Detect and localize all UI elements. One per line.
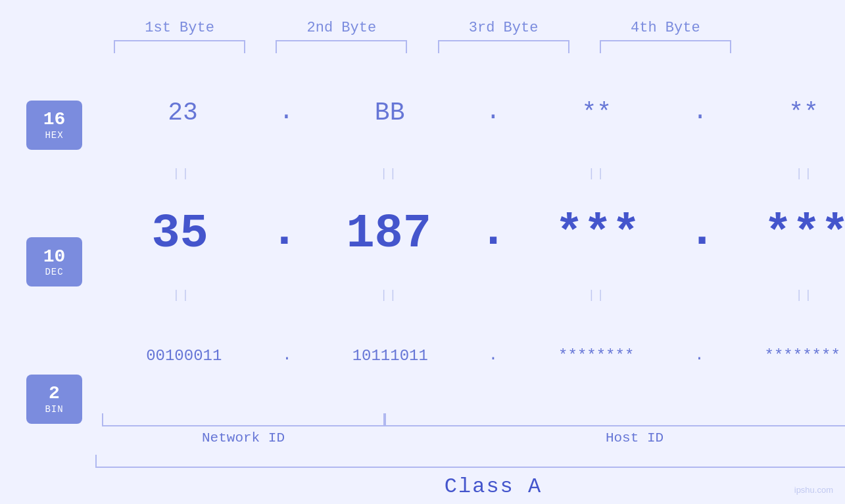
byte3-top-bracket (438, 40, 569, 53)
host-id-label: Host ID (385, 430, 845, 446)
class-label-container: Class A (95, 474, 845, 499)
sep7: || (531, 286, 663, 303)
dec-number: 10 (43, 247, 66, 267)
sep4: || (738, 165, 845, 181)
bin-byte2: 10111011 (324, 347, 456, 365)
main-container: 1st Byte 2nd Byte 3rd Byte 4th Byte 16 H… (0, 0, 845, 504)
byte1-top-bracket (114, 40, 245, 53)
bottom-brackets-container (95, 413, 845, 426)
bin-label: BIN (45, 404, 63, 415)
top-brackets (0, 40, 845, 53)
bin-byte4: ******** (736, 347, 845, 365)
byte2-header: 2nd Byte (276, 20, 407, 36)
sep-dec-bin: || || || || (95, 286, 845, 303)
hex-badge: 16 HEX (26, 101, 82, 150)
bin-badge: 2 BIN (26, 375, 82, 424)
id-labels: Network ID Host ID (95, 426, 845, 446)
byte4-top-bracket (600, 40, 731, 53)
bin-number: 2 (49, 384, 60, 404)
class-label: Class A (445, 474, 542, 499)
hex-byte3: ** (531, 99, 662, 127)
watermark: ipshu.com (794, 485, 833, 495)
hex-data-row: 23 . BB . ** . ** (95, 60, 845, 165)
host-bracket (385, 413, 845, 426)
dec-byte3: *** (532, 207, 664, 261)
hex-byte1: 23 (117, 99, 249, 127)
byte4-header: 4th Byte (600, 20, 731, 36)
base-badges-column: 16 HEX 10 DEC 2 BIN (0, 60, 95, 504)
bin-dot3: . (694, 346, 704, 365)
bin-data-row: 00100011 . 10111011 . ******** . *******… (95, 303, 845, 408)
dec-byte4: *** (740, 207, 845, 261)
hex-byte4: ** (738, 99, 845, 127)
dec-byte2: 187 (323, 207, 454, 261)
main-grid: 16 HEX 10 DEC 2 BIN 23 . BB . ** . ** (0, 60, 845, 504)
dec-badge: 10 DEC (26, 237, 82, 286)
byte3-header: 3rd Byte (438, 20, 569, 36)
dec-label: DEC (45, 267, 63, 277)
bin-dot2: . (489, 346, 498, 365)
byte-headers: 1st Byte 2nd Byte 3rd Byte 4th Byte (0, 0, 845, 36)
bin-byte3: ******** (531, 347, 662, 365)
hex-byte2: BB (324, 99, 456, 127)
sep1: || (116, 165, 247, 181)
sep6: || (324, 286, 455, 303)
dec-dot2: . (479, 208, 507, 260)
full-bracket (95, 455, 845, 468)
sep8: || (738, 286, 845, 303)
sep3: || (531, 165, 663, 181)
dec-byte1: 35 (114, 207, 246, 261)
dec-data-row: 35 . 187 . *** . *** (95, 181, 845, 286)
dec-dot3: . (688, 208, 716, 260)
hex-label: HEX (45, 130, 63, 141)
data-area: 23 . BB . ** . ** || || || || 35 (95, 60, 845, 504)
byte1-header: 1st Byte (114, 20, 245, 36)
bottom-bracket-area: Network ID Host ID Class A (95, 408, 845, 504)
sep5: || (116, 286, 247, 303)
hex-dot2: . (486, 97, 501, 128)
bin-byte1: 00100011 (118, 347, 250, 365)
hex-number: 16 (43, 110, 66, 130)
sep-hex-dec: || || || || (95, 165, 845, 181)
hex-dot1: . (279, 97, 294, 128)
bin-dot1: . (282, 346, 291, 365)
byte2-top-bracket (276, 40, 407, 53)
sep2: || (324, 165, 455, 181)
dec-dot1: . (270, 208, 299, 260)
network-bracket (102, 413, 385, 426)
hex-dot3: . (692, 97, 708, 128)
network-id-label: Network ID (102, 430, 385, 446)
